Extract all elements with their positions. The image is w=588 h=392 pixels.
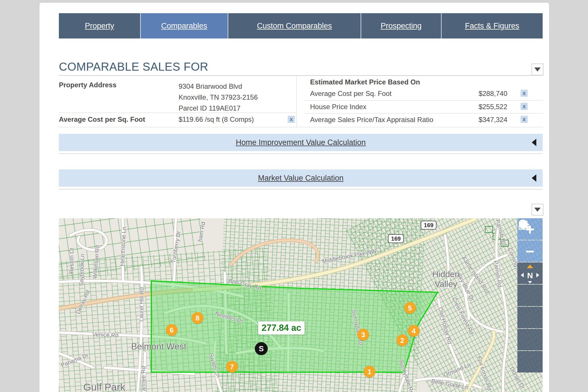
tab-comparables-label: Comparables — [161, 22, 207, 30]
collapse-header-button[interactable] — [532, 64, 543, 75]
compass-right-arrow-icon — [536, 273, 539, 277]
place-label-gulf-park: Gulf Park — [83, 381, 125, 392]
tab-comparables[interactable]: Comparables — [141, 13, 228, 38]
compass-left-arrow-icon — [521, 273, 524, 277]
ruler-icon — [517, 218, 531, 230]
remove-estimate-3-button[interactable]: x — [521, 116, 528, 123]
comp-marker-3[interactable]: 3 — [357, 329, 369, 341]
remove-avg-cost-button[interactable]: x — [288, 116, 295, 123]
comp-marker-5[interactable]: 5 — [404, 302, 416, 314]
place-label-belmont-west: Belmont West — [131, 341, 186, 352]
map-search-button[interactable] — [517, 329, 543, 350]
compass-north-label: N — [527, 271, 533, 280]
bar-rule — [59, 189, 543, 190]
estimate-row-label: Average Cost per Sq. Foot — [310, 90, 392, 98]
page-title: COMPARABLE SALES FOR — [59, 60, 208, 73]
tab-prospecting-label: Prospecting — [381, 22, 422, 30]
map-location-button[interactable] — [517, 307, 543, 328]
collapse-left-arrow-icon — [532, 139, 536, 146]
tab-facts-figures[interactable]: Facts & Figures — [442, 13, 543, 38]
road-label: Reston Ct — [68, 248, 75, 274]
address-line-1: 9304 Briarwood Blvd — [179, 81, 258, 92]
property-address-label: Property Address — [59, 81, 117, 89]
estimate-row-label: House Price Index — [310, 103, 366, 111]
bar-rule — [59, 153, 543, 154]
estimate-row-value: $347,324 — [479, 116, 507, 124]
map-measure-button[interactable] — [517, 351, 543, 372]
map-settings-button[interactable] — [517, 285, 543, 306]
road-label: Laurel Hill Rd — [138, 287, 145, 322]
map-toolbar: + − N — [517, 218, 543, 373]
market-value-section-bar[interactable]: Market Value Calculation — [59, 169, 543, 187]
chevron-down-icon — [534, 208, 541, 212]
estimate-row-label: Average Sales Price/Tax Appraisal Ratio — [310, 116, 433, 124]
table-bottom-separator — [59, 127, 543, 127]
highway-shield: 169 — [388, 234, 404, 243]
remove-estimate-2-button[interactable]: x — [521, 103, 528, 110]
home-improvement-label: Home Improvement Value Calculation — [236, 138, 366, 147]
chevron-down-icon — [534, 67, 541, 72]
avg-cost-value: $119.66 /sq ft (8 Comps) — [179, 115, 254, 123]
comp-marker-8[interactable]: 8 — [192, 312, 204, 324]
compass-icon: N — [517, 262, 543, 284]
comp-marker-4[interactable]: 4 — [408, 325, 420, 337]
highway-shield: 169 — [421, 221, 436, 230]
polygon-area-label: 277.84 ac — [258, 321, 305, 335]
road-label: annee Rd — [140, 366, 147, 391]
tab-bar: Property Comparables Custom Comparables … — [59, 13, 543, 38]
address-line-2: Knoxville, TN 37923-2156 — [179, 92, 258, 103]
collapse-map-button[interactable] — [532, 204, 543, 215]
remove-estimate-1-button[interactable]: x — [521, 90, 528, 97]
comp-marker-2[interactable]: 2 — [396, 335, 408, 346]
estimate-row-value: $288,740 — [479, 90, 507, 98]
estimates-heading: Estimated Market Price Based On — [310, 78, 420, 86]
column-divider — [296, 76, 297, 127]
compass-down-arrow-icon — [528, 281, 532, 283]
compass-button[interactable]: N — [517, 262, 543, 284]
tab-property[interactable]: Property — [59, 13, 141, 38]
page: Property Comparables Custom Comparables … — [0, 0, 588, 392]
tab-custom-comparables[interactable]: Custom Comparables — [228, 13, 361, 38]
home-improvement-section-bar[interactable]: Home Improvement Value Calculation — [59, 134, 543, 151]
tab-property-label: Property — [85, 22, 114, 30]
tab-custom-comparables-label: Custom Comparables — [257, 22, 332, 30]
comp-marker-6[interactable]: 6 — [166, 324, 178, 336]
market-value-label: Market Value Calculation — [258, 174, 343, 183]
comp-marker-7[interactable]: 7 — [226, 361, 238, 373]
row-separator — [304, 100, 543, 101]
tab-facts-figures-label: Facts & Figures — [465, 22, 519, 30]
compass-up-arrow-icon — [527, 264, 533, 268]
road-label: Venice Rd — [92, 331, 119, 339]
row-separator — [304, 113, 543, 113]
avg-cost-label: Average Cost per Sq. Foot — [59, 115, 145, 123]
subject-marker[interactable]: S — [255, 342, 268, 355]
road-label: Saybrook Ln — [78, 254, 86, 286]
collapse-left-arrow-icon — [532, 174, 536, 182]
heading-rule — [59, 75, 543, 76]
address-line-3: Parcel ID 119AE017 — [179, 103, 258, 114]
place-label-hidden-valley: Hidden Valley — [429, 269, 463, 289]
tab-prospecting[interactable]: Prospecting — [361, 13, 442, 38]
minus-icon: − — [525, 244, 535, 258]
comp-marker-1[interactable]: 1 — [364, 366, 376, 378]
estimate-row-value: $255,522 — [479, 103, 507, 111]
property-address-value: 9304 Briarwood Blvd Knoxville, TN 37923-… — [179, 81, 258, 114]
map-canvas[interactable]: Middlebrook Pike NW Bob-Gray Rd Needles … — [59, 218, 543, 392]
zoom-out-button[interactable]: − — [517, 240, 543, 262]
row-separator — [59, 113, 296, 113]
